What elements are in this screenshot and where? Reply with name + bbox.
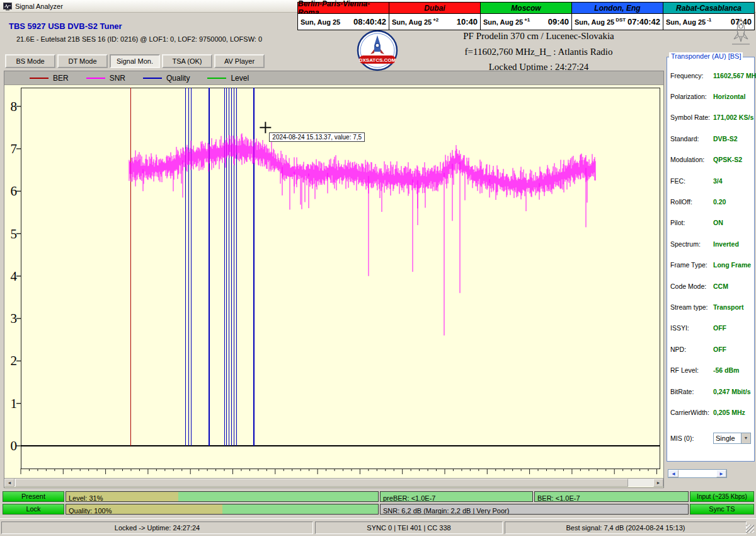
mis-dropdown[interactable]: Single ▼ xyxy=(713,433,751,444)
field-value: OFF xyxy=(713,346,726,353)
tuner-name: TBS 5927 USB DVB-S2 Tuner xyxy=(9,21,122,31)
transponder-row: RollOff: 0.20 xyxy=(667,191,754,212)
sync-ts-indicator: Sync TS xyxy=(690,504,754,515)
quality-bar-label: Quality: 100% xyxy=(66,507,112,515)
field-value: 0,205 MHz xyxy=(713,409,745,416)
quality-line-swatch xyxy=(143,78,162,79)
clock-city-label: Berlin-Paris-Vienna-Roma xyxy=(298,3,389,14)
transponder-row: BitRate: 0,247 Mbit/s xyxy=(667,381,754,402)
world-clock: London, Eng Sun, Aug 25 DST 07:40:42 xyxy=(572,3,663,30)
world-clock: Moscow Sun, Aug 25 +1 09:40 xyxy=(481,3,572,30)
input-indicator: Input (~235 Kbps) xyxy=(690,491,754,502)
field-label: Polarization: xyxy=(670,93,713,100)
field-value: Long Frame xyxy=(713,261,751,269)
frequency-line: f=11602,760 MHz_H_ : Atlantis Radio xyxy=(378,47,699,57)
mis-selected-value: Single xyxy=(716,434,735,442)
clock-city-label: Rabat-Casablanca xyxy=(663,3,754,14)
svg-text:7: 7 xyxy=(11,141,18,156)
transponder-panel-title: Transponder (AU) [BS] xyxy=(669,52,743,60)
transponder-row: Symbol Rate: 171,002 KS/s xyxy=(667,107,754,128)
field-label: RollOff: xyxy=(670,198,713,206)
field-label: Modulation: xyxy=(670,156,713,163)
mis-label: MIS (0): xyxy=(670,434,713,442)
transponder-row: RF Level: -56 dBm xyxy=(667,359,754,380)
legend-label: Level xyxy=(231,74,249,83)
clock-city-label: Dubai xyxy=(389,3,480,14)
transponder-panel: Frequency: 11602,567 MHz Polarization: H… xyxy=(667,57,755,462)
field-label: NPD: xyxy=(670,346,713,353)
svg-text:0: 0 xyxy=(11,438,18,453)
hscroll-thumb[interactable] xyxy=(15,479,628,487)
transponder-row: Pilot: ON xyxy=(667,213,754,233)
transponder-row: ISSYI: OFF xyxy=(667,318,754,339)
rocket-sketch-icon xyxy=(728,16,753,49)
mode-tabs: BS Mode DT Mode Signal Mon. TSA (OK) AV … xyxy=(5,54,265,68)
transponder-row: Code Mode: CCM xyxy=(667,276,754,296)
window-title: Signal Analyzer xyxy=(15,3,63,10)
legend-item-level: Level xyxy=(207,74,249,83)
world-clock: Berlin-Paris-Vienna-Roma Sun, Aug 25 08:… xyxy=(298,3,389,30)
field-label: Spectrum: xyxy=(670,240,713,248)
hscroll-track[interactable] xyxy=(14,479,653,487)
legend-label: Quality xyxy=(166,74,190,83)
transponder-scrollbar[interactable]: ◄ ► xyxy=(668,469,727,478)
lock-indicator: Lock xyxy=(3,504,64,515)
clock-date: Sun, Aug 25 xyxy=(666,18,706,26)
level-line-swatch xyxy=(207,78,226,79)
field-value: Transport xyxy=(713,303,743,311)
scroll-left-button[interactable]: ◄ xyxy=(668,470,679,477)
transponder-row: Spectrum: Inverted xyxy=(667,233,754,254)
mis-row: MIS (0): Single ▼ xyxy=(667,431,754,446)
clock-date: Sun, Aug 25 xyxy=(392,18,432,26)
quality-bar: Quality: 100% xyxy=(66,504,379,515)
signal-plot[interactable]: 012345678 2024-08-24 15.13.37, value: 7,… xyxy=(4,85,663,478)
present-indicator: Present xyxy=(3,491,64,502)
field-label: Frame Type: xyxy=(670,261,713,269)
transponder-row: CarrierWidth: 0,205 MHz xyxy=(667,402,754,422)
world-clock: Dubai Sun, Aug 25 +2 10:40 xyxy=(389,3,481,30)
scroll-track[interactable] xyxy=(679,470,716,477)
tab-dt-mode[interactable]: DT Mode xyxy=(57,54,108,68)
transponder-row: Frame Type: Long Frame xyxy=(667,255,754,276)
legend-label: BER xyxy=(53,74,69,83)
transponder-row: Stream type: Transport xyxy=(667,296,754,317)
field-value: Inverted xyxy=(713,240,739,248)
signal-chart: BER SNR Quality Level 012345678 2024-08-… xyxy=(4,71,664,488)
tab-signal-mon[interactable]: Signal Mon. xyxy=(110,54,160,68)
field-value: 0,247 Mbit/s xyxy=(713,388,751,395)
clock-city-label: London, Eng xyxy=(572,3,663,14)
field-value: ON xyxy=(713,219,723,226)
tab-av-player[interactable]: AV Player xyxy=(214,54,265,68)
tab-tsa[interactable]: TSA (OK) xyxy=(162,54,212,68)
hscroll-right-button[interactable]: ► xyxy=(653,479,663,487)
transponder-row: Polarization: Horizontal xyxy=(667,86,754,107)
legend-item-snr: SNR xyxy=(86,74,125,83)
clock-city-label: Moscow xyxy=(481,3,571,14)
scroll-right-button[interactable]: ► xyxy=(716,470,726,477)
svg-text:1: 1 xyxy=(11,396,18,411)
clock-offset: +1 xyxy=(524,17,530,23)
svg-text:4: 4 xyxy=(11,269,18,284)
chart-hscrollbar[interactable]: ◄ ► xyxy=(4,478,663,487)
statusbar-best-signal: Best signal: 7,4 dB (2024-08-24 15:13) xyxy=(505,521,747,534)
field-label: FEC: xyxy=(670,177,713,185)
svg-text:2: 2 xyxy=(11,353,18,368)
dxsatcs-logo: DXSATCS.COM xyxy=(356,29,399,72)
tab-bs-mode[interactable]: BS Mode xyxy=(5,54,55,68)
chevron-down-icon[interactable]: ▼ xyxy=(741,433,750,443)
ber-line-swatch xyxy=(30,78,49,79)
field-value: 0.20 xyxy=(713,198,726,206)
svg-text:6: 6 xyxy=(11,184,18,199)
snr-label: SNR: 6,2 dB (Margin: 2,2 dB | Very Poor) xyxy=(381,507,509,515)
clock-time: 09:40 xyxy=(548,17,569,26)
hscroll-left-button[interactable]: ◄ xyxy=(4,479,14,487)
resize-grip[interactable] xyxy=(746,525,754,533)
preber-label: preBER: <1.0E-7 xyxy=(381,494,435,502)
clock-date: Sun, Aug 25 xyxy=(301,18,340,26)
field-label: Symbol Rate: xyxy=(670,114,713,121)
ber-bar: BER: <1.0E-7 xyxy=(534,491,689,502)
svg-text:3: 3 xyxy=(11,311,18,326)
level-bar: Level: 31% xyxy=(66,491,379,502)
transponder-row: FEC: 3/4 xyxy=(667,170,754,191)
tuner-details: 21.6E - Eutelsat 21B SES 16 (ID: 0216) @… xyxy=(16,35,262,43)
